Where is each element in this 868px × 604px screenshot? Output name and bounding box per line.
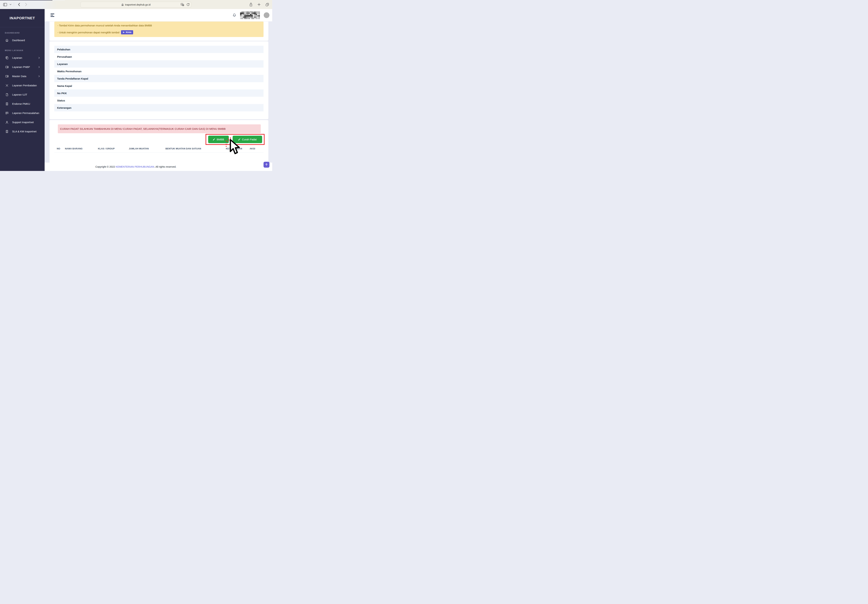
cargo-alert: CURAH PADAT SILAHKAN TAMBAHKAN DI MENU C… xyxy=(58,124,261,133)
sidebar-item-layanan-pnbp[interactable]: Layanan PNBP xyxy=(0,62,45,71)
chevron-right-icon xyxy=(38,66,40,68)
sidebar-item-dashboard[interactable]: Dashboard xyxy=(0,36,45,45)
scroll-to-top-button[interactable] xyxy=(264,162,270,168)
detail-row-tanda-pendaftaran-kapal: Tanda Pendaftaran Kapal xyxy=(54,75,264,82)
window-top-edge xyxy=(0,0,272,0)
wallet-icon xyxy=(5,75,9,78)
sidebar-item-support-inaportnet[interactable]: Support Inaportnet xyxy=(0,118,45,127)
x-icon xyxy=(5,84,9,87)
detail-row-no-pkk: No PKK xyxy=(54,90,264,97)
detail-row-perusahaan: Perusahaan xyxy=(54,53,264,60)
highlight-red-box: BMBB Curah Padat xyxy=(206,134,265,145)
footer: Copyright © 2022 KEMENTERIAN PERHUBUNGAN… xyxy=(45,163,272,171)
detail-row-pelabuhan: Pelabuhan xyxy=(54,46,264,53)
pencil-icon xyxy=(213,138,215,141)
sidebar-toggle-icon[interactable] xyxy=(3,3,8,6)
detail-row-status: Status xyxy=(54,97,264,104)
sidebar-item-label: Layanan xyxy=(12,56,34,59)
sidebar-section-menu-layanan: MENU LAYANAN xyxy=(5,49,45,51)
sidebar-item-label: Dashboard xyxy=(12,39,40,42)
top-header xyxy=(45,9,272,22)
paper-plane-icon xyxy=(123,31,125,33)
share-icon[interactable] xyxy=(249,2,253,7)
column-keterangan: KETERANGAN xyxy=(226,147,250,150)
footer-copyright: Copyright © 2022 xyxy=(96,165,116,168)
sidebar-item-master-data[interactable]: Master Data xyxy=(0,71,45,81)
sidebar-item-layanan-pembatalan[interactable]: Layanan Pembatalan xyxy=(0,81,45,90)
document-pencil-icon xyxy=(5,56,9,60)
box-icon xyxy=(5,130,9,133)
box-icon xyxy=(5,102,9,106)
notice-line2: - Untuk mengirim permohonan dapat mengkl… xyxy=(57,31,119,34)
detail-row-nama-kapal: Nama Kapal xyxy=(54,82,264,90)
browser-chrome: inaportnet.dephub.go.id A文 xyxy=(0,0,272,9)
back-button[interactable] xyxy=(17,2,20,6)
notice-card: - Tombol Kirim data permohonan muncul se… xyxy=(50,22,268,41)
sidebar-item-label: Laporan UJT xyxy=(12,93,40,96)
kirim-label: Kirim xyxy=(126,31,132,34)
new-tab-icon[interactable] xyxy=(257,3,261,6)
sidebar-item-layanan[interactable]: Layanan xyxy=(0,53,45,62)
page-content: - Tombol Kirim data permohonan muncul se… xyxy=(45,22,272,163)
sidebar-item-label: Layanan PNBP xyxy=(12,65,34,68)
detail-row-layanan: Layanan xyxy=(54,60,264,68)
url-bar[interactable]: inaportnet.dephub.go.id A文 xyxy=(81,2,191,8)
sidebar-item-label: Support Inaportnet xyxy=(12,121,40,124)
svg-text:文: 文 xyxy=(183,4,184,6)
sidebar-item-label: Laporan Permasalahan xyxy=(12,112,40,115)
sidebar-item-sla-km-inaportnet[interactable]: SLA & KM Inaportnet xyxy=(0,127,45,136)
sidebar: INAPORTNET DASHBOARD Dashboard MENU LAYA… xyxy=(0,9,45,171)
notice-line1: - Tombol Kirim data permohonan muncul se… xyxy=(57,24,260,27)
sidebar-item-label: Layanan Pembatalan xyxy=(12,84,40,87)
detail-row-waktu-permohonan: Waktu Permohonan xyxy=(54,68,264,75)
chevron-right-icon xyxy=(38,75,40,77)
cargo-card: CURAH PADAT SILAHKAN TAMBAHKAN DI MENU C… xyxy=(50,120,268,163)
chevron-right-icon xyxy=(38,57,40,59)
forward-button[interactable] xyxy=(25,2,28,6)
hamburger-menu-icon[interactable] xyxy=(51,14,54,17)
sidebar-item-label: Endorse PMKU xyxy=(12,102,40,105)
translate-icon[interactable]: A文 xyxy=(180,3,184,6)
reload-icon[interactable] xyxy=(186,3,190,6)
column-klas-group: KLAS / GROUP xyxy=(98,147,129,150)
curah-padat-button[interactable]: Curah Padat xyxy=(232,136,262,143)
person-icon xyxy=(5,121,9,124)
column-jumlah-muatan: JUMLAH MUATAN xyxy=(129,147,166,150)
wallet-icon xyxy=(5,65,9,69)
bmbb-button[interactable]: BMBB xyxy=(208,136,229,143)
kirim-button[interactable]: Kirim xyxy=(121,30,133,34)
chat-icon xyxy=(5,111,9,115)
lock-icon xyxy=(121,3,124,6)
home-icon xyxy=(5,39,9,42)
sidebar-item-endorse-pmku[interactable]: Endorse PMKU xyxy=(0,99,45,109)
sidebar-item-label: Master Data xyxy=(12,75,34,78)
app-logo: INAPORTNET xyxy=(0,9,45,27)
footer-link-kementerian-perhubungan[interactable]: KEMENTERIAN PERHUBUNGAN xyxy=(116,165,154,168)
detail-card: Pelabuhan Perusahaan Layanan Waktu Permo… xyxy=(50,41,268,120)
redacted-username xyxy=(240,11,260,19)
column-bentuk-muatan-dan-satuan: BENTUK MUATAN DAN SATUAN xyxy=(166,147,226,150)
sidebar-item-laporan-permasalahan[interactable]: Laporan Permasalahan xyxy=(0,109,45,118)
notice-alert: - Tombol Kirim data permohonan muncul se… xyxy=(54,22,264,37)
file-icon xyxy=(5,93,9,96)
footer-rights: . All rights reserved. xyxy=(154,165,176,168)
main-area: - Tombol Kirim data permohonan muncul se… xyxy=(45,9,272,171)
curah-padat-label: Curah Padat xyxy=(242,138,257,141)
bmbb-label: BMBB xyxy=(217,138,224,141)
tab-overview-icon[interactable] xyxy=(265,2,270,7)
detail-row-keterangan: Keterangan xyxy=(54,104,264,111)
sidebar-item-label: SLA & KM Inaportnet xyxy=(12,130,40,133)
column-aksi: AKSI xyxy=(250,147,264,150)
sidebar-item-laporan-ujt[interactable]: Laporan UJT xyxy=(0,90,45,99)
chevron-down-icon[interactable] xyxy=(9,3,12,6)
sidebar-section-dashboard: DASHBOARD xyxy=(5,32,45,34)
avatar[interactable] xyxy=(264,12,270,18)
url-text: inaportnet.dephub.go.id xyxy=(125,3,150,6)
column-nama-barang: NAMA BARANG xyxy=(65,147,98,150)
pencil-icon xyxy=(238,138,240,141)
cargo-table-header: NO NAMA BARANG KLAS / GROUP JUMLAH MUATA… xyxy=(54,145,264,152)
notification-bell-icon[interactable] xyxy=(232,13,236,17)
column-no: NO xyxy=(54,147,65,150)
